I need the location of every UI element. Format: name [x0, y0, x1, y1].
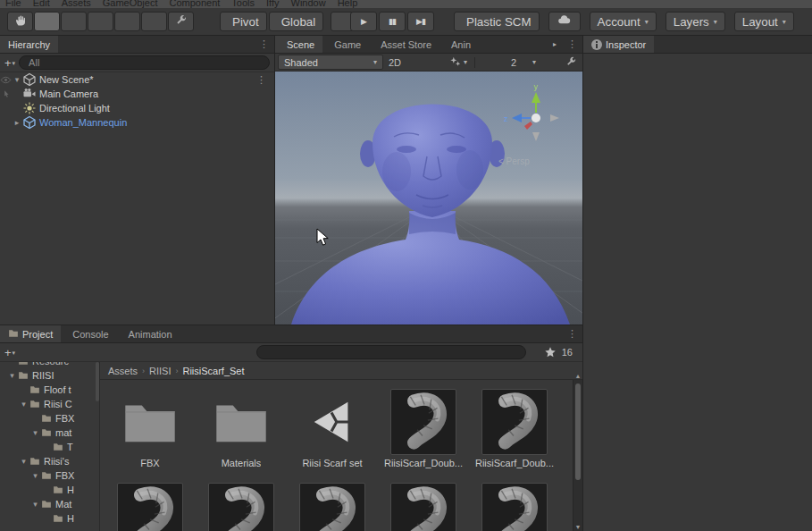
scene-audio-button[interactable]	[427, 55, 445, 70]
menu-item-gameobject[interactable]: GameObject	[103, 0, 158, 8]
tree-item-mat[interactable]: ▾Mat	[0, 497, 99, 511]
menu-item-assets[interactable]: Assets	[62, 0, 91, 8]
play-button[interactable]: ▶	[350, 12, 377, 31]
grid-item-scarf[interactable]	[289, 483, 375, 531]
menu-item-edit[interactable]: Edit	[33, 0, 50, 8]
tree-item-resourc[interactable]: Resourc	[0, 362, 99, 368]
expander-icon[interactable]: ▸	[12, 118, 22, 127]
expander-icon[interactable]: ▾	[19, 457, 29, 466]
tree-item-fbx[interactable]: FBX	[0, 411, 99, 426]
tab-bottom-animation[interactable]: Animation	[117, 325, 180, 342]
tree-item-riisi-s[interactable]: ▾Riisi's	[0, 454, 99, 468]
panel-menu-icon[interactable]: ⋮	[567, 38, 577, 50]
grid-item-riisi-scarf-set[interactable]: Riisi Scarf set	[289, 389, 375, 468]
menu-item-window[interactable]: Window	[291, 0, 326, 8]
expander-icon[interactable]: ▾	[30, 500, 40, 509]
grid-item-fbx[interactable]: FBX	[107, 389, 193, 468]
breadcrumb-riisi[interactable]: RIISI	[149, 366, 171, 376]
grid-item-scarf[interactable]	[381, 483, 466, 531]
menu-item-help[interactable]: Help	[338, 0, 358, 8]
tab-view-anin[interactable]: Anin	[439, 36, 479, 53]
scene-viewport[interactable]: y z < Persp	[275, 72, 582, 324]
cloud-services-button[interactable]	[548, 12, 581, 31]
menu-item-iffy[interactable]: Iffy	[266, 0, 279, 8]
grid-scrollbar[interactable]: ▲ ▼	[573, 380, 582, 531]
hierarchy-item-new-scene[interactable]: ▾New Scene*⋮	[0, 72, 274, 87]
tab-inspector[interactable]: Inspector	[583, 36, 654, 53]
tree-item-mat[interactable]: ▾mat	[0, 426, 99, 440]
expander-icon[interactable]: ▾	[30, 471, 40, 480]
scroll-up-icon[interactable]: ▲	[573, 373, 582, 379]
hierarchy-item-woman-mannequin[interactable]: ▸Woman_Mannequin	[0, 115, 274, 130]
tab-hierarchy[interactable]: Hierarchy	[0, 36, 58, 53]
expander-icon[interactable]: ▾	[19, 400, 29, 409]
expander-icon[interactable]: ▾	[7, 371, 17, 380]
rotate-tool-button[interactable]	[61, 12, 87, 31]
tree-item-riisi[interactable]: ▾RIISI	[0, 368, 99, 383]
grid-item-scarf[interactable]	[472, 483, 557, 531]
tab-view-game[interactable]: Game	[322, 36, 369, 53]
tree-item-t[interactable]: T	[0, 440, 99, 454]
create-asset-button[interactable]: + ▾	[4, 347, 15, 358]
grid-item-riisiscarf-doub[interactable]: RiisiScarf_Doub...	[381, 389, 466, 468]
layout-dropdown[interactable]: Layout ▾	[734, 12, 794, 31]
expander-icon[interactable]: ▾	[30, 428, 40, 437]
pointer-icon[interactable]	[0, 89, 12, 98]
hierarchy-item-main-camera[interactable]: Main Camera	[0, 87, 274, 101]
camera-mode-label[interactable]: < Persp	[498, 156, 530, 166]
grid-item-scarf[interactable]	[198, 483, 284, 531]
tree-item-floof-t[interactable]: Floof t	[0, 383, 99, 397]
panel-menu-icon[interactable]: ⋮	[567, 328, 577, 340]
shading-mode-dropdown[interactable]: Shaded ▾	[278, 55, 383, 70]
scale-tool-button[interactable]	[88, 12, 113, 31]
transform-tool-button[interactable]	[141, 12, 167, 31]
scene-canvas[interactable]: y z < Persp	[275, 72, 582, 324]
menu-item-file[interactable]: File	[5, 0, 21, 8]
tree-item-fbx[interactable]: ▾FBX	[0, 468, 99, 483]
toggle-2d-button[interactable]: 2D	[386, 55, 404, 70]
tab-view-asset-store[interactable]: Asset Store	[369, 36, 439, 53]
hierarchy-search-input[interactable]	[29, 57, 264, 68]
pivot-toggle-button[interactable]: Pivot	[220, 12, 267, 31]
tree-item-riisi-c[interactable]: ▾Riisi C	[0, 397, 99, 411]
grid-item-riisiscarf-doub[interactable]: RiisiScarf_Doub...	[472, 389, 557, 468]
global-toggle-button[interactable]: Global	[269, 12, 324, 31]
scroll-down-icon[interactable]: ▼	[573, 524, 582, 530]
tree-item-h[interactable]: H	[0, 511, 99, 526]
panel-menu-icon[interactable]: ⋮	[259, 38, 269, 50]
move-tool-button[interactable]	[34, 12, 60, 31]
pause-button[interactable]: ▮▮	[379, 12, 406, 31]
hierarchy-item-directional-light[interactable]: Directional Light	[0, 101, 274, 115]
tree-item-h[interactable]: H	[0, 483, 99, 497]
menu-item-tools[interactable]: Tools	[231, 0, 255, 8]
eye-icon[interactable]	[0, 74, 12, 86]
favorites-button[interactable]	[544, 346, 557, 358]
tab-overflow-icon[interactable]: ▸	[553, 40, 557, 48]
step-button[interactable]: ▶▮	[407, 12, 434, 31]
scene-lighting-button[interactable]	[406, 55, 424, 70]
grid-item-materials[interactable]: Materials	[198, 389, 284, 468]
hidden-objects-button[interactable]: 2	[504, 55, 522, 70]
breadcrumb-assets[interactable]: Assets	[108, 366, 138, 376]
hand-tool-button[interactable]	[7, 12, 33, 31]
tree-scrollbar[interactable]	[96, 362, 99, 401]
grid-item-scarf[interactable]	[107, 483, 193, 531]
tab-bottom-console[interactable]: Console	[61, 325, 116, 342]
breadcrumb-riisiscarf-set[interactable]: RiisiScarf_Set	[182, 366, 244, 376]
scene-tool-settings-button[interactable]	[562, 55, 580, 70]
tab-bottom-project[interactable]: Project	[0, 325, 61, 342]
menu-item-component[interactable]: Component	[169, 0, 220, 8]
scrollbar-thumb[interactable]	[575, 384, 581, 480]
expander-icon[interactable]: ▾	[12, 75, 22, 84]
grid-visibility-dropdown[interactable]: ▾	[524, 55, 542, 70]
account-dropdown[interactable]: Account ▾	[590, 12, 657, 31]
scene-effects-dropdown[interactable]: ▾	[448, 55, 469, 70]
project-search-input[interactable]	[266, 347, 520, 358]
add-object-button[interactable]: + ▾	[4, 57, 15, 69]
item-menu-icon[interactable]: ⋮	[256, 74, 274, 86]
custom-tool-button[interactable]	[168, 12, 194, 31]
hidden-packages-button[interactable]: 16	[560, 347, 578, 358]
layers-dropdown[interactable]: Layers ▾	[666, 12, 725, 31]
rect-tool-button[interactable]	[114, 12, 140, 31]
plastic-scm-button[interactable]: Plastic SCM	[454, 12, 540, 31]
